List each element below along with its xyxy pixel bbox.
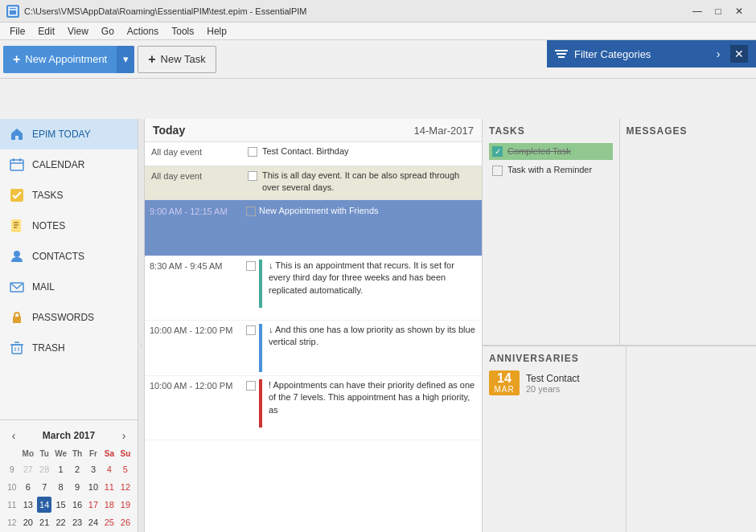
calendar-day[interactable]: 28 (37, 461, 51, 477)
calendar-day[interactable]: 27 (20, 461, 35, 477)
menu-help[interactable]: Help (200, 24, 233, 39)
sidebar-item-passwords[interactable]: PASSWORDS (0, 302, 138, 333)
priority-strip-red (259, 379, 262, 428)
sidebar-item-trash[interactable]: TRASH (0, 333, 138, 363)
calendar-day[interactable]: 20 (20, 514, 35, 530)
titlebar-left: C:\Users\VMS\AppData\Roaming\EssentialPI… (6, 5, 307, 18)
app-icon (6, 5, 19, 18)
anniversaries-panel: ANNIVERSARIES 14 MAR Test Contact 20 yea… (483, 346, 626, 532)
event-checkbox-appt[interactable] (246, 207, 256, 216)
event-checkbox-1[interactable] (248, 147, 257, 157)
mini-cal-prev[interactable]: ‹ (6, 428, 21, 443)
menu-file[interactable]: File (3, 24, 31, 39)
sidebar-nav: EPIM TODAY CALENDAR TASKS NOTES (0, 119, 138, 419)
calendar-day[interactable]: 10 (86, 479, 101, 495)
task-reminder[interactable]: Task with a Reminder (489, 162, 613, 178)
new-appointment-main[interactable]: + New Appointment (3, 46, 117, 73)
sidebar-resize-handle[interactable] (138, 119, 145, 532)
appt-text: New Appointment with Friends (259, 205, 379, 217)
svg-rect-16 (12, 345, 22, 354)
calendar-day[interactable]: 17 (86, 497, 101, 513)
dow-mo: Mo (20, 448, 35, 460)
time-content-high: ! Appointments can have their priority d… (246, 379, 477, 428)
sidebar-item-contacts[interactable]: CONTACTS (0, 241, 138, 272)
calendar-day[interactable]: 13 (20, 497, 35, 513)
menu-go[interactable]: Go (95, 24, 121, 39)
anniversary-month: MAR (494, 385, 515, 394)
calendar-day[interactable]: 14 (37, 497, 51, 513)
mini-cal-grid: Mo Tu We Th Fr Sa Su 9272812345106789101… (3, 446, 134, 532)
toolbar: + New Appointment ▾ + New Task Filter Ca… (0, 40, 756, 79)
calendar-day[interactable]: 22 (53, 514, 68, 530)
task-checkbox-reminder[interactable] (492, 166, 503, 176)
event-checkbox-recurs[interactable] (246, 261, 256, 271)
calendar-day[interactable]: 9 (70, 479, 84, 495)
minimize-button[interactable]: — (687, 3, 708, 19)
mail-icon (8, 278, 26, 296)
calendar-day[interactable]: 26 (118, 514, 133, 530)
calendar-day[interactable]: 12 (118, 479, 133, 495)
menu-tools[interactable]: Tools (165, 24, 200, 39)
calendar-day[interactable]: 15 (53, 497, 68, 513)
event-checkbox-high[interactable] (246, 381, 256, 391)
calendar-day[interactable]: 24 (86, 514, 101, 530)
anniversary-info: Test Contact 20 years (526, 373, 580, 394)
sidebar-item-epim-today[interactable]: EPIM TODAY (0, 119, 138, 149)
dow-su: Su (118, 448, 133, 460)
week-number: 9 (5, 461, 18, 477)
calendar-day[interactable]: 21 (37, 514, 51, 530)
cal-today-label: Today (153, 124, 185, 137)
sidebar-item-tasks[interactable]: TASKS (0, 180, 138, 211)
allday-event-multiday: All day event This is all day event. It … (145, 166, 482, 200)
calendar-day[interactable]: 6 (20, 479, 35, 495)
calendar-day[interactable]: 2 (70, 461, 84, 477)
event-checkbox-low[interactable] (246, 325, 256, 335)
dow-we: We (53, 448, 68, 460)
task-completed[interactable]: ✓ Completed Task (489, 143, 613, 160)
menu-actions[interactable]: Actions (121, 24, 165, 39)
calendar-day[interactable]: 11 (102, 479, 117, 495)
maximize-button[interactable]: □ (708, 3, 729, 19)
filter-close-button[interactable]: ✕ (730, 45, 748, 63)
task-checkbox-completed[interactable]: ✓ (492, 146, 503, 157)
titlebar-path: C:\Users\VMS\AppData\Roaming\EssentialPI… (24, 6, 307, 16)
time-label-low: 10:00 AM - 12:00 PM (150, 324, 246, 335)
event-checkbox-2[interactable] (248, 171, 257, 181)
sidebar-item-mail[interactable]: MAIL (0, 272, 138, 302)
calendar-day[interactable]: 4 (102, 461, 117, 477)
right-top: TASKS ✓ Completed Task Task with a Remin… (483, 119, 756, 346)
calendar-day[interactable]: 5 (118, 461, 133, 477)
calendar-day[interactable]: 16 (70, 497, 84, 513)
dow-th: Th (70, 448, 84, 460)
tasks-panel: TASKS ✓ Completed Task Task with a Remin… (483, 119, 619, 345)
titlebar-controls: — □ ✕ (687, 3, 750, 19)
sidebar-item-calendar[interactable]: CALENDAR (0, 149, 138, 180)
menu-view[interactable]: View (61, 24, 95, 39)
timed-event-recurs: 8:30 AM - 9:45 AM ↓ This is an appointme… (145, 256, 482, 321)
menu-edit[interactable]: Edit (31, 24, 61, 39)
week-number: 10 (5, 479, 18, 495)
calendar-day[interactable]: 7 (37, 479, 51, 495)
mini-cal-next[interactable]: › (117, 428, 131, 443)
week-number: 12 (5, 514, 18, 530)
calendar-day[interactable]: 3 (86, 461, 101, 477)
svg-point-14 (14, 251, 20, 257)
calendar-day[interactable]: 18 (102, 497, 117, 513)
new-task-button[interactable]: + New Task (138, 46, 216, 73)
cal-scroll[interactable]: All day event Test Contact. Birthday All… (145, 142, 482, 532)
calendar-day[interactable]: 19 (118, 497, 133, 513)
new-appointment-dropdown[interactable]: ▾ (117, 46, 134, 73)
calendar-day[interactable]: 1 (53, 461, 68, 477)
sidebar-item-notes[interactable]: NOTES (0, 211, 138, 241)
time-content-appt: New Appointment with Friends (246, 205, 477, 217)
new-appointment-button[interactable]: + New Appointment ▾ (3, 46, 134, 73)
sidebar-label-passwords: PASSWORDS (32, 312, 94, 323)
calendar-day[interactable]: 23 (70, 514, 84, 530)
anniversary-name: Test Contact (526, 373, 580, 384)
recurs-text: ↓ This is an appointment that recurs. It… (269, 260, 477, 297)
filter-chevron-button[interactable]: › (709, 45, 727, 63)
calendar-day[interactable]: 25 (102, 514, 117, 530)
calendar-day[interactable]: 8 (53, 479, 68, 495)
close-button[interactable]: ✕ (729, 3, 750, 19)
passwords-icon (8, 309, 26, 326)
